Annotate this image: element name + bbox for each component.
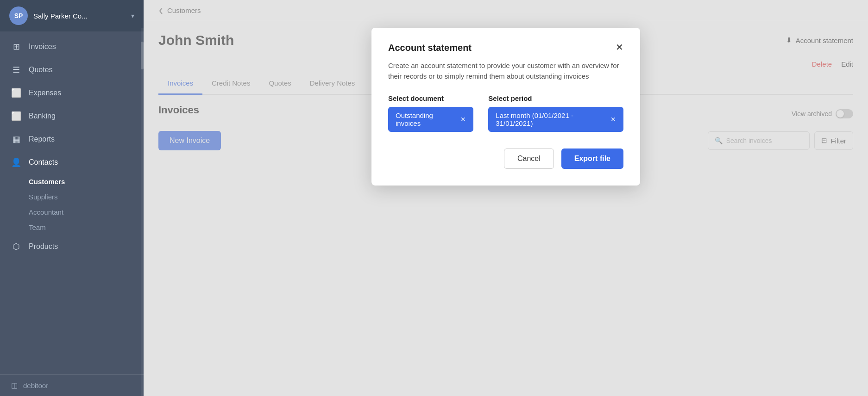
footer-label: debitoor <box>23 382 48 390</box>
contacts-subnav: Customers Suppliers Accountant Team <box>0 174 144 235</box>
period-field-label: Select period <box>488 94 623 102</box>
sidebar-footer: ◫ debitoor <box>0 374 144 396</box>
document-field-label: Select document <box>388 94 473 102</box>
main-inner: ❮ Customers John Smith ⬇ Account stateme… <box>144 0 868 396</box>
main-content: ❮ Customers John Smith ⬇ Account stateme… <box>144 0 868 396</box>
modal-fields: Select document Outstanding invoices ✕ S… <box>388 94 623 132</box>
sidebar-item-accountant[interactable]: Accountant <box>29 204 144 220</box>
sidebar-item-label: Products <box>29 242 58 251</box>
company-header[interactable]: SP Sally Parker Co... ▾ <box>0 0 144 31</box>
banking-icon: ⬜ <box>11 111 21 121</box>
period-chip-label: Last month (01/01/2021 - 31/01/2021) <box>496 111 606 127</box>
reports-icon: ▦ <box>11 134 21 144</box>
sidebar-item-invoices[interactable]: ⊞ Invoices <box>0 35 144 58</box>
sidebar-item-quotes[interactable]: ☰ Quotes <box>0 58 144 81</box>
sidebar-item-team[interactable]: Team <box>29 220 144 235</box>
sidebar-item-label: Contacts <box>29 158 58 167</box>
company-name: Sally Parker Co... <box>33 12 88 20</box>
sidebar-item-label: Reports <box>29 135 55 143</box>
account-statement-modal: Account statement ✕ Create an account st… <box>371 28 640 186</box>
document-chip[interactable]: Outstanding invoices ✕ <box>388 107 473 132</box>
quotes-icon: ☰ <box>11 65 21 75</box>
period-chip-close-icon[interactable]: ✕ <box>610 116 616 123</box>
expenses-icon: ⬜ <box>11 88 21 98</box>
sidebar: SP Sally Parker Co... ▾ ⊞ Invoices ☰ Quo… <box>0 0 144 396</box>
sidebar-item-customers[interactable]: Customers <box>29 174 144 189</box>
sidebar-item-banking[interactable]: ⬜ Banking <box>0 105 144 128</box>
avatar: SP <box>9 6 28 25</box>
modal-header: Account statement ✕ <box>388 43 623 53</box>
chevron-down-icon: ▾ <box>131 12 134 19</box>
period-chip[interactable]: Last month (01/01/2021 - 31/01/2021) ✕ <box>488 107 623 132</box>
sidebar-item-contacts[interactable]: 👤 Contacts <box>0 151 144 174</box>
sidebar-item-expenses[interactable]: ⬜ Expenses <box>0 81 144 105</box>
modal-description: Create an account statement to provide y… <box>388 61 623 81</box>
sidebar-item-products[interactable]: ⬡ Products <box>0 235 144 258</box>
export-file-button[interactable]: Export file <box>561 148 623 169</box>
modal-close-button[interactable]: ✕ <box>616 43 623 52</box>
sidebar-item-reports[interactable]: ▦ Reports <box>0 128 144 151</box>
document-chip-close-icon[interactable]: ✕ <box>460 116 466 123</box>
invoices-icon: ⊞ <box>11 42 21 52</box>
sidebar-item-label: Quotes <box>29 66 53 74</box>
document-field-group: Select document Outstanding invoices ✕ <box>388 94 473 132</box>
sidebar-item-suppliers[interactable]: Suppliers <box>29 189 144 204</box>
modal-overlay: Account statement ✕ Create an account st… <box>144 0 868 396</box>
cancel-button[interactable]: Cancel <box>504 148 554 169</box>
modal-actions: Cancel Export file <box>388 148 623 169</box>
sidebar-item-label: Banking <box>29 112 56 120</box>
document-chip-label: Outstanding invoices <box>396 111 456 127</box>
sidebar-nav: ⊞ Invoices ☰ Quotes ⬜ Expenses ⬜ Banking… <box>0 31 144 374</box>
products-icon: ⬡ <box>11 241 21 252</box>
modal-title: Account statement <box>388 43 472 53</box>
debitoor-icon: ◫ <box>11 381 18 390</box>
period-field-group: Select period Last month (01/01/2021 - 3… <box>488 94 623 132</box>
sidebar-item-label: Expenses <box>29 89 61 97</box>
contacts-icon: 👤 <box>11 157 21 167</box>
sidebar-item-label: Invoices <box>29 43 56 51</box>
